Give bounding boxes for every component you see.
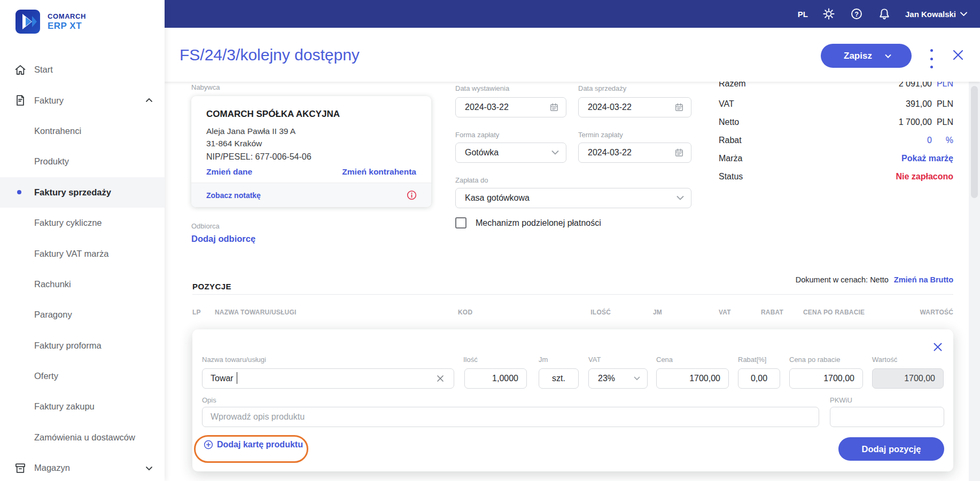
close-icon[interactable]: [952, 49, 964, 61]
show-margin-link[interactable]: Pokaż marżę: [901, 154, 953, 163]
notifications-bell-icon[interactable]: [877, 7, 891, 21]
sidebar-item-label: Kontrahenci: [34, 126, 81, 136]
clear-input-icon[interactable]: [436, 374, 445, 383]
sidebar-item-faktury-sprzedazy[interactable]: Faktury sprzedaży: [0, 177, 165, 208]
buyer-tax-id: NIP/PESEL: 677-006-54-06: [206, 152, 312, 162]
sidebar-item-oferty[interactable]: Oferty: [0, 361, 165, 391]
item-pkwiu-input[interactable]: [830, 407, 944, 427]
summary-row-vat: VAT 391,00 PLN: [719, 99, 953, 109]
close-editor-icon[interactable]: [933, 342, 943, 352]
item-vat-select[interactable]: 23%: [588, 368, 648, 389]
sidebar-menu: Start Faktury Kontrahenci Produkty Faktu…: [0, 54, 165, 481]
status-badge: Nie zapłacono: [896, 172, 953, 182]
pay-to-label: Zapłata do: [455, 176, 488, 184]
user-menu[interactable]: Jan Kowalski: [905, 10, 967, 19]
net-unit: PLN: [932, 117, 953, 127]
change-contractor-link[interactable]: Zmień kontrahenta: [342, 167, 416, 177]
add-receiver-link[interactable]: Dodaj odbiorcę: [191, 234, 255, 244]
buyer-section-label: Nabywca: [191, 83, 220, 91]
see-note-link[interactable]: Zobacz notatkę: [206, 191, 261, 200]
add-product-card-link[interactable]: Dodaj kartę produktu: [204, 440, 303, 450]
sidebar-item-faktury[interactable]: Faktury: [0, 85, 165, 115]
sidebar-item-start[interactable]: Start: [0, 54, 165, 85]
col-discount: RABAT: [761, 309, 783, 316]
sidebar-item-zamowienia-u-dostawcow[interactable]: Zamówienia u dostawców: [0, 422, 165, 453]
svg-text:?: ?: [854, 11, 859, 18]
sidebar-item-faktury-cykliczne[interactable]: Faktury cykliczne: [0, 208, 165, 238]
discount-amount[interactable]: 0: [927, 136, 932, 145]
sidebar-item-label: Oferty: [34, 371, 58, 381]
sidebar-item-faktury-proforma[interactable]: Faktury proforma: [0, 330, 165, 361]
sidebar-item-label: Start: [34, 65, 53, 75]
sidebar-item-label: Rachunki: [34, 279, 71, 289]
buyer-address-line2: 31-864 Kraków: [206, 139, 262, 148]
sidebar-item-rachunki[interactable]: Rachunki: [0, 269, 165, 299]
buyer-address-line1: Aleja Jana Pawła II 39 A: [206, 127, 295, 136]
scrollbar[interactable]: [969, 82, 980, 481]
col-price-after: CENA PO RABACIE: [803, 309, 865, 316]
topbar: PL ? Jan Kowalski: [165, 0, 980, 28]
chevron-down-icon: [960, 12, 967, 17]
invoice-document-icon: [13, 93, 27, 107]
payment-due-input[interactable]: 2024-03-22: [578, 143, 691, 163]
sidebar-item-paragony[interactable]: Paragony: [0, 299, 165, 330]
net-amount: 1 700,00: [899, 117, 932, 127]
switch-to-brutto-link[interactable]: Zmień na Brutto: [894, 275, 953, 284]
summary-row-discount: Rabat 0 %: [719, 136, 953, 145]
item-value-input: [872, 368, 944, 389]
scrollbar-thumb[interactable]: [971, 86, 978, 198]
sidebar-item-kontrahenci[interactable]: Kontrahenci: [0, 116, 165, 146]
save-button[interactable]: Zapisz: [821, 44, 912, 68]
item-unit-input[interactable]: [539, 368, 579, 389]
col-value: WARTOŚĆ: [920, 309, 953, 316]
item-price-after-input[interactable]: [789, 368, 863, 389]
sidebar: COMARCH ERP XT Start Faktury Kontrahenci…: [0, 0, 165, 481]
sale-date-input[interactable]: 2024-03-22: [578, 97, 691, 117]
text-caret: [237, 372, 237, 384]
positions-divider: [192, 294, 953, 295]
vat-unit: PLN: [932, 99, 953, 109]
sidebar-item-label: Zamówienia u dostawców: [34, 432, 135, 443]
col-code: KOD: [458, 309, 472, 316]
calendar-icon: [674, 148, 684, 157]
item-discount-label: Rabat[%]: [738, 356, 766, 364]
pay-to-select[interactable]: Kasa gotówkowa: [455, 188, 691, 208]
item-name-input[interactable]: [202, 368, 454, 389]
more-options-kebab-icon[interactable]: [927, 49, 936, 68]
item-description-input[interactable]: [202, 407, 819, 427]
payment-form-select[interactable]: Gotówka: [455, 143, 566, 163]
item-pkwiu-label: PKWiU: [830, 396, 852, 404]
split-payment-checkbox[interactable]: [455, 217, 466, 228]
item-price-input[interactable]: [656, 368, 729, 389]
sidebar-item-label: Faktury sprzedaży: [34, 187, 111, 198]
sidebar-item-faktury-zakupu[interactable]: Faktury zakupu: [0, 391, 165, 422]
sidebar-item-faktury-vat-marza[interactable]: Faktury VAT marża: [0, 238, 165, 269]
sidebar-item-label: Produkty: [34, 156, 69, 167]
receiver-section-label: Odbiorca: [191, 222, 220, 230]
buyer-company-name: COMARCH SPÓŁKA AKCYJNA: [206, 109, 340, 120]
help-icon[interactable]: ?: [850, 7, 864, 21]
sidebar-item-produkty[interactable]: Produkty: [0, 146, 165, 177]
chevron-down-icon: [551, 150, 559, 155]
sale-date-label: Data sprzedaży: [578, 84, 626, 92]
summary-row-net: Netto 1 700,00 PLN: [719, 117, 953, 127]
language-switch[interactable]: PL: [798, 10, 808, 19]
chevron-down-icon: [676, 195, 684, 201]
col-name: NAZWA TOWARU/USŁUGI: [215, 309, 296, 316]
chevron-down-icon: [634, 376, 640, 381]
chevron-up-icon: [145, 96, 153, 105]
note-info-icon[interactable]: [407, 190, 417, 200]
issue-date-input[interactable]: 2024-03-22: [455, 97, 566, 117]
sidebar-item-magazyn[interactable]: Magazyn: [0, 453, 165, 481]
home-icon: [13, 63, 27, 77]
split-payment-label: Mechanizm podzielonej płatności: [476, 218, 601, 228]
change-data-link[interactable]: Zmień dane: [206, 167, 252, 177]
item-discount-input[interactable]: [738, 368, 780, 389]
payment-form-label: Forma zapłaty: [455, 131, 499, 139]
item-qty-input[interactable]: [464, 368, 527, 389]
settings-gear-icon[interactable]: [822, 7, 836, 21]
item-price-label: Cena: [656, 356, 673, 364]
add-position-button[interactable]: Dodaj pozycję: [838, 437, 944, 461]
active-item-dot: [17, 190, 21, 194]
item-value-label: Wartość: [872, 356, 897, 364]
